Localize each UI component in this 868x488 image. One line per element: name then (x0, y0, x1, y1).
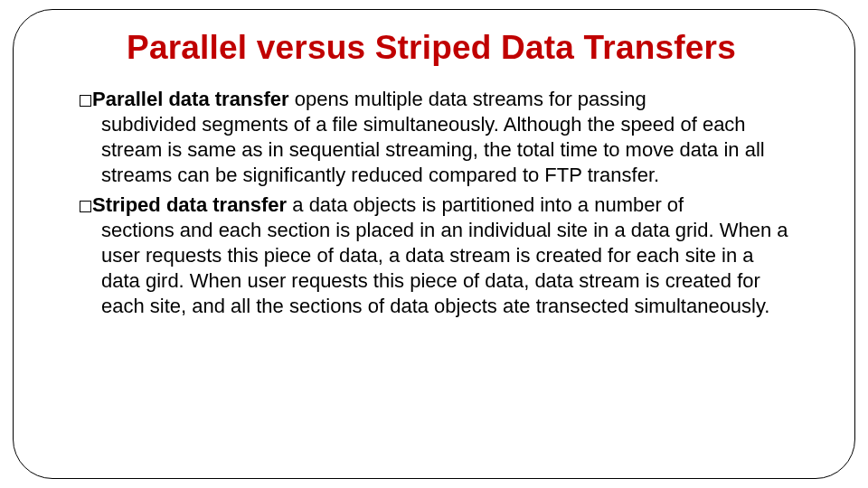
square-bullet-icon (80, 95, 91, 107)
bullet-item: Parallel data transfer opens multiple da… (80, 87, 797, 189)
bullet-item: Striped data transfer a data objects is … (80, 192, 797, 320)
bullet-text-first-line: opens multiple data streams for passing (289, 88, 646, 110)
bullet-lead: Striped data transfer (92, 193, 287, 216)
bullet-text-cont: sections and each section is placed in a… (101, 218, 797, 320)
bullet-lead: Parallel data transfer (92, 88, 289, 110)
bullet-text-first-line: a data objects is partitioned into a num… (287, 193, 684, 216)
slide: Parallel versus Striped Data Transfers P… (0, 0, 868, 488)
square-bullet-icon (80, 201, 91, 212)
slide-title: Parallel versus Striped Data Transfers (127, 29, 832, 67)
bullet-text-cont: subdivided segments of a file simultaneo… (101, 112, 797, 188)
slide-body: Parallel data transfer opens multiple da… (80, 87, 797, 319)
